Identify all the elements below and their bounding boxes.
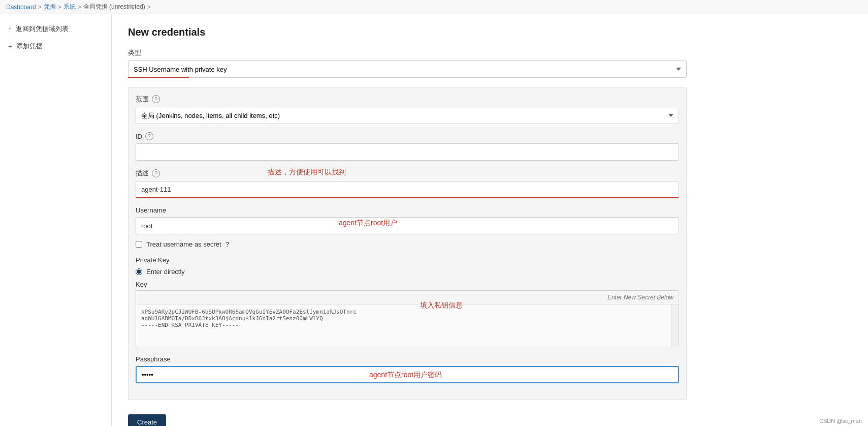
breadcrumb-system[interactable]: 系统 xyxy=(63,3,76,11)
treat-username-secret-help-icon[interactable]: ? xyxy=(226,240,229,248)
key-textarea-wrapper: kPSu9ARy2pCJ2WUFB-6bSUPkwOR65amQVqGuIYEv… xyxy=(136,305,679,347)
username-input[interactable] xyxy=(136,217,679,234)
id-input[interactable] xyxy=(136,143,679,161)
treat-username-secret-group: Treat username as secret ? xyxy=(136,240,679,248)
key-textarea[interactable]: kPSu9ARy2pCJ2WUFB-6bSUPkwOR65amQVqGuIYEv… xyxy=(136,305,679,345)
footer: CSDN @sc_man xyxy=(813,416,868,426)
treat-username-secret-checkbox[interactable] xyxy=(136,241,142,248)
breadcrumb-credentials[interactable]: 凭据 xyxy=(44,3,56,11)
private-key-label: Private Key xyxy=(136,256,679,264)
id-field-group: ID ? xyxy=(136,132,679,161)
sidebar-add-label: 添加凭据 xyxy=(16,42,43,51)
plus-icon: + xyxy=(8,43,12,50)
passphrase-field-group: Passphrase agent节点root用户密码 xyxy=(136,355,679,383)
enter-directly-label: Enter directly xyxy=(146,268,185,276)
enter-directly-row: Enter directly xyxy=(136,268,679,276)
enter-directly-radio[interactable] xyxy=(136,268,142,275)
arrow-up-icon: ↑ xyxy=(8,25,12,33)
sidebar-item-add[interactable]: + 添加凭据 xyxy=(0,38,111,55)
treat-username-secret-label: Treat username as secret xyxy=(146,240,221,248)
private-key-section: Private Key Enter directly Key Enter New… xyxy=(136,256,679,347)
description-field-group: 描述 ? 描述，方便使用可以找到 xyxy=(136,169,679,198)
type-select-wrapper: SSH Username with private key Username w… xyxy=(128,60,687,78)
id-label: ID ? xyxy=(136,132,679,140)
breadcrumb-dashboard[interactable]: Dashboard xyxy=(6,4,36,11)
enter-new-secret-label: Enter New Secret Below xyxy=(607,294,673,301)
breadcrumb: Dashboard > 凭据 > 系统 > 全局凭据 (unrestricted… xyxy=(0,0,868,14)
key-container: Enter New Secret Below kPSu9ARy2pCJ2WUFB… xyxy=(136,290,679,347)
passphrase-input[interactable] xyxy=(136,366,679,383)
key-label: Key xyxy=(136,281,679,288)
key-field-group: Key Enter New Secret Below kPSu9ARy2pCJ2… xyxy=(136,281,679,347)
username-field-group: Username agent节点root用户 xyxy=(136,206,679,234)
type-label: 类型 xyxy=(128,48,687,57)
key-header: Enter New Secret Below xyxy=(136,291,679,305)
description-input[interactable] xyxy=(136,181,679,198)
page-title: New credentials xyxy=(128,26,852,38)
create-button[interactable]: Create xyxy=(128,414,166,426)
sidebar-back-label: 返回到凭据域列表 xyxy=(16,24,69,34)
scope-help-icon[interactable]: ? xyxy=(152,95,160,103)
sidebar: ↑ 返回到凭据域列表 + 添加凭据 xyxy=(0,14,112,426)
scope-label: 范围 ? xyxy=(136,95,679,104)
type-field-group: 类型 SSH Username with private key Usernam… xyxy=(128,48,687,78)
username-label: Username xyxy=(136,206,679,214)
main-content: New credentials 类型 SSH Username with pri… xyxy=(112,14,868,426)
id-help-icon[interactable]: ? xyxy=(145,132,153,140)
breadcrumb-current: 全局凭据 (unrestricted) xyxy=(83,3,145,11)
footer-text: CSDN @sc_man xyxy=(819,418,862,424)
sidebar-item-back[interactable]: ↑ 返回到凭据域列表 xyxy=(0,20,111,38)
scope-field-group: 范围 ? 全局 (Jenkins, nodes, items, all chil… xyxy=(128,87,687,400)
scope-select[interactable]: 全局 (Jenkins, nodes, items, all child ite… xyxy=(136,107,679,124)
passphrase-label: Passphrase xyxy=(136,355,679,363)
description-label: 描述 ? xyxy=(136,169,679,178)
key-scrollbar[interactable] xyxy=(671,305,679,347)
description-help-icon[interactable]: ? xyxy=(152,169,160,177)
form-section: 类型 SSH Username with private key Usernam… xyxy=(128,48,687,426)
type-select[interactable]: SSH Username with private key Username w… xyxy=(128,60,687,78)
